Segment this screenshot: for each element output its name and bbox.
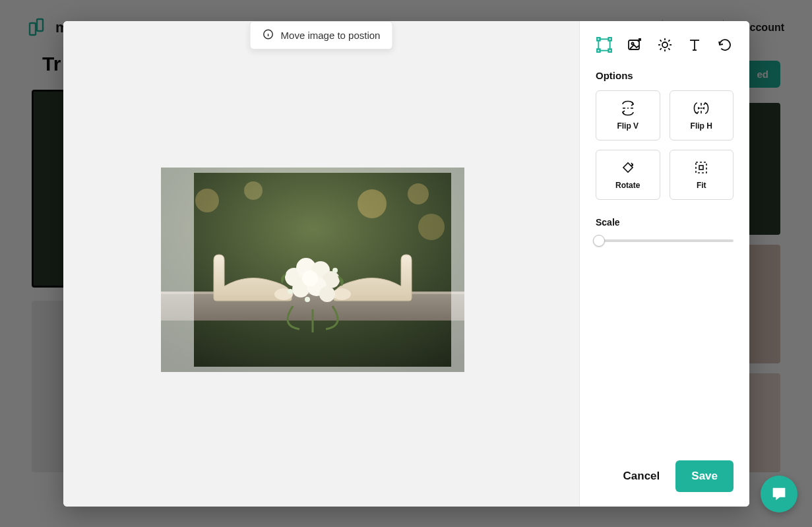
rotate-icon xyxy=(620,160,636,175)
scale-label: Scale xyxy=(596,217,734,228)
tool-tabs xyxy=(596,36,734,54)
svg-point-58 xyxy=(662,42,668,47)
save-button[interactable]: Save xyxy=(675,460,734,492)
svg-point-27 xyxy=(195,189,219,212)
svg-point-29 xyxy=(358,189,387,218)
svg-point-45 xyxy=(332,268,338,273)
info-icon xyxy=(263,28,274,42)
image-crop-frame[interactable] xyxy=(161,168,464,372)
modal-actions: Cancel Save xyxy=(596,460,734,492)
svg-point-57 xyxy=(631,42,633,44)
image-editor-modal: Move image to postion xyxy=(63,21,749,507)
crop-tool-icon[interactable] xyxy=(596,36,613,54)
flip-vertical-button[interactable]: Flip V xyxy=(596,90,660,140)
fit-button[interactable]: Fit xyxy=(670,150,734,200)
flip-horizontal-button[interactable]: Flip H xyxy=(670,90,734,140)
svg-rect-80 xyxy=(699,166,703,170)
svg-point-43 xyxy=(302,270,318,286)
svg-line-65 xyxy=(660,48,661,49)
svg-line-64 xyxy=(668,48,670,49)
svg-rect-78 xyxy=(623,163,633,172)
svg-point-31 xyxy=(418,214,445,240)
svg-marker-76 xyxy=(698,107,701,109)
flip-h-label: Flip H xyxy=(691,121,712,131)
svg-line-66 xyxy=(668,40,670,42)
brightness-icon[interactable] xyxy=(656,36,673,54)
svg-point-46 xyxy=(305,297,310,302)
slider-thumb[interactable] xyxy=(593,235,605,247)
reset-icon[interactable] xyxy=(716,36,734,54)
svg-point-44 xyxy=(288,289,293,294)
svg-marker-77 xyxy=(702,107,704,109)
svg-line-63 xyxy=(660,40,661,42)
svg-point-30 xyxy=(408,183,429,204)
crop-visible-area[interactable] xyxy=(194,173,451,367)
flip-v-label: Flip V xyxy=(617,121,639,131)
options-grid: Flip V Flip H Rotate xyxy=(596,90,734,200)
svg-point-42 xyxy=(319,286,335,302)
toast-text: Move image to postion xyxy=(281,30,381,41)
svg-point-35 xyxy=(332,288,351,300)
flip-vertical-icon xyxy=(619,100,637,116)
rotate-button[interactable]: Rotate xyxy=(596,150,660,200)
toast-hint: Move image to postion xyxy=(250,21,393,49)
flip-horizontal-icon xyxy=(693,100,710,116)
editor-canvas[interactable]: Move image to postion xyxy=(63,21,579,507)
chat-fab[interactable] xyxy=(761,476,797,512)
text-tool-icon[interactable] xyxy=(687,36,704,54)
chat-icon xyxy=(770,485,788,503)
cancel-button[interactable]: Cancel xyxy=(617,462,667,491)
fit-icon xyxy=(693,160,709,175)
fit-label: Fit xyxy=(697,181,706,190)
slider-track xyxy=(596,239,734,242)
options-heading: Options xyxy=(596,70,734,81)
svg-rect-79 xyxy=(696,162,706,173)
svg-point-28 xyxy=(244,181,263,200)
scale-slider[interactable] xyxy=(596,234,734,247)
replace-image-icon[interactable] xyxy=(626,36,643,54)
rotate-label: Rotate xyxy=(615,181,640,190)
editor-sidebar: Options Flip V Flip H xyxy=(579,21,749,507)
